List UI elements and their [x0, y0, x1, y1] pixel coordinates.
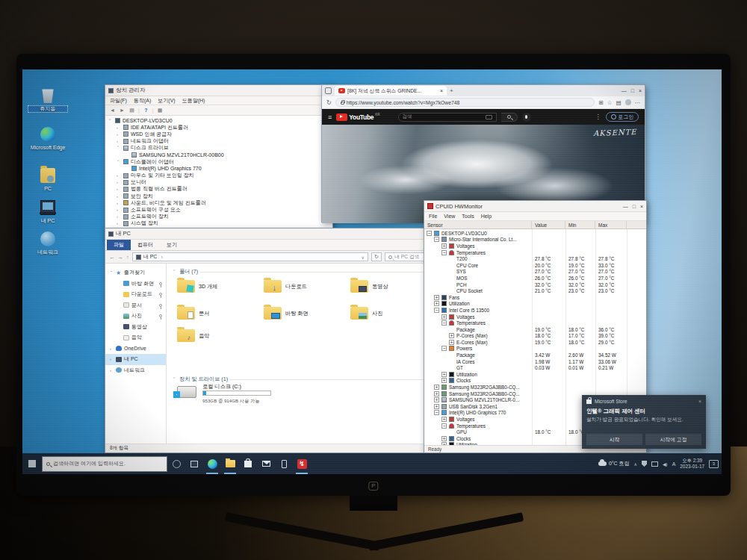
taskbar-edge-button[interactable]: [203, 453, 221, 474]
start-button[interactable]: 시작: [586, 434, 642, 445]
sidebar-item[interactable]: ›내 PC: [105, 354, 166, 365]
more-icon[interactable]: ⋯: [635, 99, 641, 106]
folder-download-icon[interactable]: ↓: [264, 280, 282, 293]
ime-indicator[interactable]: A: [672, 461, 676, 467]
ribbon-tab-1[interactable]: 컴퓨터: [131, 240, 160, 250]
expander-icon[interactable]: ›: [117, 173, 121, 178]
menu-item[interactable]: Help: [481, 214, 492, 219]
hwmonitor-titlebar[interactable]: CPUID HWMonitor —□×: [424, 201, 646, 212]
expander-icon[interactable]: ›: [117, 160, 121, 164]
expander-icon[interactable]: ›: [117, 139, 121, 143]
favorites-icon[interactable]: ☆: [607, 99, 613, 106]
desktop-icon[interactable]: PC: [28, 168, 67, 192]
sidebar-item[interactable]: ›OneDrive: [105, 343, 166, 355]
column-header-max[interactable]: Max: [595, 221, 627, 228]
expander-icon[interactable]: +: [441, 417, 447, 422]
close-icon[interactable]: ×: [640, 204, 643, 209]
folders-section-header[interactable]: › 폴더 (7): [173, 268, 445, 276]
youtube-search-input[interactable]: 검색: [398, 113, 497, 122]
expander-icon[interactable]: ›: [117, 214, 121, 219]
chevron-down-icon[interactable]: ∨: [362, 255, 365, 260]
sidebar-item[interactable]: ›네트워크: [105, 365, 166, 376]
notification-toast[interactable]: Microsoft Store × 인텔® 그래픽 제어 센터 설치가 방금 완…: [582, 395, 706, 449]
device-tree-item[interactable]: ›디스플레이 어댑터: [105, 158, 332, 165]
expander-icon[interactable]: +: [434, 391, 439, 396]
security-shield-icon[interactable]: [642, 461, 647, 467]
folder-label[interactable]: 바탕 화면: [285, 310, 309, 317]
taskbar-mail-button[interactable]: [257, 453, 275, 474]
sidebar-item[interactable]: 음악: [105, 332, 166, 343]
youtube-login-button[interactable]: 로그인: [606, 112, 639, 122]
expander-icon[interactable]: ›: [117, 208, 121, 212]
minimize-icon[interactable]: —: [623, 204, 628, 209]
column-header-sensor[interactable]: Sensor: [424, 221, 532, 228]
ribbon-tab-2[interactable]: 보기: [160, 240, 184, 250]
close-icon[interactable]: ×: [698, 399, 701, 404]
expander-icon[interactable]: ›: [117, 221, 121, 225]
new-tab-icon[interactable]: +: [450, 87, 453, 94]
sensor-row[interactable]: +Voltages: [424, 314, 646, 320]
expander-icon[interactable]: +: [441, 436, 447, 441]
sensor-row[interactable]: −Temperatures: [424, 320, 646, 326]
sensor-row[interactable]: IA Cores1.98 W1.17 W33.06 W: [424, 358, 646, 365]
expander-icon[interactable]: ›: [117, 146, 121, 150]
tab-close-icon[interactable]: ×: [440, 88, 443, 93]
sensor-row[interactable]: +Clocks: [424, 378, 646, 385]
pin-to-start-button[interactable]: 시작에 고정: [645, 434, 701, 445]
up-icon[interactable]: ↑: [126, 254, 129, 261]
sensor-row[interactable]: SYS27.0 °C27.0 °C27.0 °C: [424, 269, 646, 276]
minimize-icon[interactable]: —: [622, 88, 627, 93]
expander-icon[interactable]: ›: [117, 187, 121, 191]
maximize-icon[interactable]: □: [631, 88, 634, 93]
collections-icon[interactable]: ▤: [616, 99, 621, 106]
forward-icon[interactable]: →: [118, 254, 124, 261]
expander-icon[interactable]: −: [441, 423, 447, 429]
action-center-icon[interactable]: 3: [709, 460, 719, 468]
desktop-icon[interactable]: 휴지통: [28, 88, 67, 112]
sensor-row[interactable]: +Utilization: [424, 301, 646, 308]
expander-icon[interactable]: ›: [110, 346, 114, 351]
ribbon-tab-file[interactable]: 파일: [107, 240, 131, 250]
profile-icon[interactable]: [625, 99, 631, 105]
sensor-row[interactable]: CPU Socket21.0 °C23.0 °C23.0 °C: [424, 287, 646, 294]
back-icon[interactable]: ←: [109, 254, 115, 261]
expander-icon[interactable]: +: [434, 397, 439, 402]
expander-icon[interactable]: ›: [110, 357, 114, 361]
sensor-row[interactable]: −Micro-Star International Co. Lt...: [424, 237, 646, 243]
cortana-button[interactable]: [167, 453, 185, 474]
folder-label[interactable]: 3D 개체: [199, 283, 218, 290]
expander-icon[interactable]: ›: [117, 125, 121, 130]
expander-icon[interactable]: ›: [110, 368, 114, 373]
folder-3d-icon[interactable]: [177, 280, 195, 293]
device-tree-item[interactable]: ›디스크 드라이브: [105, 145, 332, 152]
expander-icon[interactable]: −: [441, 320, 447, 326]
expander-icon[interactable]: +: [441, 378, 447, 383]
local-disk-icon[interactable]: [177, 386, 196, 398]
hamburger-menu-icon[interactable]: ≡: [328, 113, 332, 121]
sidebar-item[interactable]: 문서: [105, 300, 166, 311]
back-icon[interactable]: ◄: [109, 108, 116, 113]
sensor-row[interactable]: −DESKTOP-LVD3CU0: [424, 230, 646, 237]
expander-icon[interactable]: +: [441, 314, 447, 320]
hidden-icons-chevron[interactable]: ∧: [634, 461, 637, 467]
taskbar-phone-button[interactable]: [275, 453, 293, 474]
expander-icon[interactable]: ›: [117, 132, 121, 137]
expander-icon[interactable]: +: [441, 442, 447, 445]
folder-label[interactable]: 음악: [199, 332, 209, 340]
menu-item[interactable]: File: [429, 214, 437, 219]
mic-icon[interactable]: [522, 113, 531, 122]
expander-icon[interactable]: ›: [108, 119, 113, 123]
split-screen-icon[interactable]: ⊞: [598, 99, 603, 106]
sidebar-item[interactable]: 사진: [105, 311, 166, 322]
expander-icon[interactable]: +: [434, 295, 439, 300]
sensor-row[interactable]: +Samsung M323R2GA3BB0-CQ...: [424, 384, 646, 391]
folder-video-icon[interactable]: [350, 280, 368, 293]
expander-icon[interactable]: −: [427, 231, 432, 236]
expander-icon[interactable]: ›: [117, 201, 121, 205]
column-header-min[interactable]: Min: [565, 221, 595, 228]
expander-icon[interactable]: −: [441, 346, 447, 351]
sensor-row[interactable]: −Powers: [424, 346, 646, 352]
explorer-address-bar[interactable]: 내 PC › ∨: [132, 252, 368, 261]
folder-music-icon[interactable]: ♪: [177, 329, 195, 342]
address-bar[interactable]: https://www.youtube.com/watch?v=Mgx7kOwe…: [335, 98, 595, 107]
